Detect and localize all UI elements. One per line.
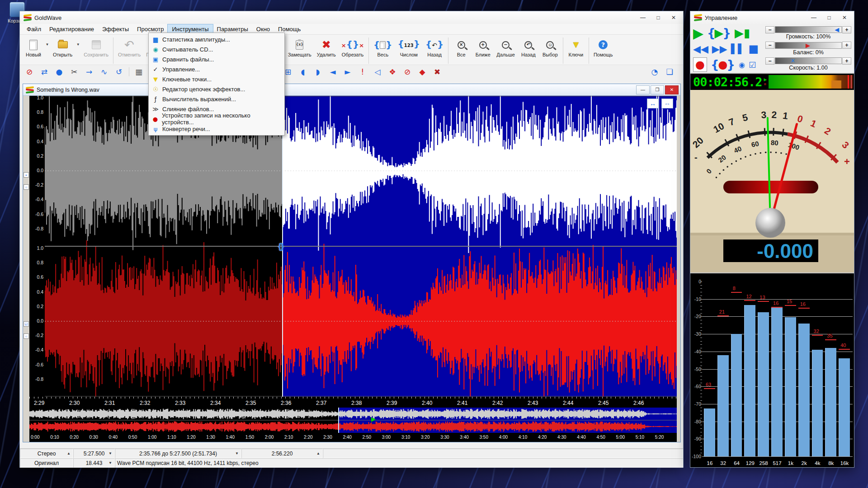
down-arrow-icon[interactable]: ▼ [108,451,112,455]
play-to-end-button[interactable]: ▶▮ [735,26,750,40]
ключи-button[interactable]: ▼Ключи [565,37,587,58]
status-quality[interactable]: Оригинал [20,458,73,468]
menu-item-cd-reader[interactable]: ◉Считыватель CD... [149,44,284,54]
dropdown-caret-icon[interactable]: ▼ [44,37,50,52]
document-title-bar[interactable]: Something Is Wrong.wav — ❐ ✕ [23,84,680,96]
menu-item-expression-evaluator[interactable]: ƒВычислитель выражений... [149,94,284,104]
clock-icon[interactable]: ◔ [649,66,660,77]
удалить-button[interactable]: ✖Удалить [314,37,339,58]
channel-toggle-button[interactable]: ○ [24,184,29,190]
time-axis[interactable]: 2:292:302:312:322:332:342:352:362:372:38… [29,397,677,408]
fast-forward-button[interactable]: ▶▶ [712,43,727,55]
undo-loop-icon[interactable]: ↺ [113,66,125,77]
selection-start-handle[interactable]: {} [278,241,283,251]
volume-slider[interactable]: −◀+ [765,26,851,33]
mark-right-icon[interactable]: ► [342,66,354,77]
дальше-button[interactable]: −Дальше [494,37,518,58]
весь-button[interactable]: {}Весь [371,37,395,58]
maximize-button[interactable]: □ [651,12,666,23]
все-button[interactable]: ×Все [450,37,472,58]
обрезать-button[interactable]: ×{}×Обрезать [339,37,367,58]
отменить-button[interactable]: ↶Отменить [115,37,143,58]
control-title-bar[interactable]: Управление — □ ✕ [690,11,854,24]
pause-button[interactable]: ▌▌ [731,43,745,54]
main-title-bar[interactable]: GoldWave — □ ✕ [20,11,683,24]
minimize-button[interactable]: — [635,12,651,23]
menu-Файл[interactable]: Файл [23,24,45,34]
ctl-minimize-button[interactable]: — [806,12,821,23]
balance-slider[interactable]: −▶+ [765,42,851,49]
volume-plus-button[interactable]: + [842,26,851,33]
pan-right-icon[interactable]: ◗ [312,66,324,77]
cut-marker-icon[interactable]: ✂ [68,66,80,77]
speed-plus-button[interactable]: + [842,57,851,65]
channel-toggle-button[interactable]: ☑ [24,321,29,327]
doc-close-button[interactable]: ✕ [665,85,679,94]
down-arrow-icon[interactable]: ▼ [108,461,112,465]
overview-strip[interactable]: ▶ [29,408,677,433]
pan-left-icon[interactable]: ◖ [297,66,309,77]
menu-item-cue-points[interactable]: ▼Ключевые точки... [149,74,284,84]
shapes-icon[interactable]: ❖ [387,66,398,77]
menu-item-multi-device-recorder[interactable]: ●Устройство записи на несколько устройст… [149,114,284,124]
menu-Эффекты[interactable]: Эффекты [98,24,133,34]
ctl-close-button[interactable]: ✕ [837,12,852,23]
помощь-button[interactable]: ?Помощь [591,37,616,58]
goto-arrow-icon[interactable]: → [83,66,95,77]
no-entry-icon[interactable]: ⊘ [401,66,413,77]
speaker-outline-icon[interactable]: ◁ [372,66,383,77]
channel-toggle-button[interactable]: ○ [24,333,29,339]
назад-button[interactable]: ↶Назад [518,37,539,58]
pan-arrows-icon[interactable]: ⇄ [38,66,50,77]
выбор-button[interactable]: ▫Выбор [539,37,561,58]
menu-item-amplitude-statistics[interactable]: ▆Статистика амплитуды... [149,34,284,44]
числом-button[interactable]: {123}Числом [395,37,423,58]
record-selection-button[interactable]: ● [711,58,735,71]
close-button[interactable]: ✕ [666,12,681,23]
overview-selection-marker[interactable] [338,408,339,433]
chat-icon[interactable]: ❏ [664,66,675,77]
zoom-all-fit-icon[interactable]: ⇔ [661,99,673,108]
sphere-icon[interactable]: ● [53,66,65,77]
diamond-icon[interactable]: ◆ [416,66,428,77]
menu-item-effect-chain-editor[interactable]: ☉Редактор цепочек эффектов... [149,84,284,94]
новый-button[interactable]: Новый [23,37,44,58]
сохранить-button[interactable]: Сохранить [81,37,111,58]
waveform-display[interactable] [45,96,677,397]
play-selection-button[interactable]: ▶ [707,26,731,40]
down-arrow-icon[interactable]: ▼ [235,451,239,455]
mute-red-icon[interactable]: ⊘ [24,66,35,77]
ближе-button[interactable]: +Ближе [472,37,494,58]
menu-item-compare-files[interactable]: ▣Сравнить файлы... [149,54,284,64]
balance-minus-button[interactable]: − [765,42,774,49]
record-monitor-button[interactable]: ◉ [739,61,745,69]
menu-Редактирование[interactable]: Редактирование [45,24,98,34]
назад-button[interactable]: {↶}Назад [423,37,446,58]
warning-icon[interactable]: ! [357,66,368,77]
volume-minus-button[interactable]: − [765,26,774,33]
record-new-button[interactable]: ● [693,57,707,72]
speed-slider-handle[interactable]: ✕ [790,58,795,64]
speed-minus-button[interactable]: − [765,57,774,65]
status-length[interactable]: 5:27.500▼ [73,449,115,458]
up-arrow-icon[interactable]: ▲ [67,451,71,455]
mark-left-icon[interactable]: ◄ [327,66,339,77]
play-button[interactable]: ▶ [693,25,703,41]
stop-button[interactable]: ■ [748,42,759,55]
volume-slider-handle[interactable]: ◀ [835,27,839,33]
dropdown-caret-icon[interactable]: ▼ [75,37,81,52]
up-arrow-icon[interactable]: ▲ [316,451,320,455]
record-check-button[interactable]: ☑ [749,60,756,70]
doc-restore-button[interactable]: ❐ [651,85,664,94]
rewind-button[interactable]: ◀◀ [693,43,708,55]
doc-minimize-button[interactable]: — [636,85,650,94]
status-channel-mode[interactable]: Стерео▲ [20,449,73,458]
zoom-selection-fit-icon[interactable]: ↔ [647,99,659,108]
channel-toggle-button[interactable]: ▪ [24,172,29,178]
status-position[interactable]: 2:56.220▲ [241,449,323,458]
sine-wave-icon[interactable]: ∿ [98,66,110,77]
ctl-maximize-button[interactable]: □ [821,12,837,23]
status-selection[interactable]: 2:35.766 до 5:27.500 (2:51.734)▼ [115,449,241,458]
speed-slider[interactable]: −✕+ [765,57,851,65]
balance-slider-handle[interactable]: ▶ [806,42,810,49]
